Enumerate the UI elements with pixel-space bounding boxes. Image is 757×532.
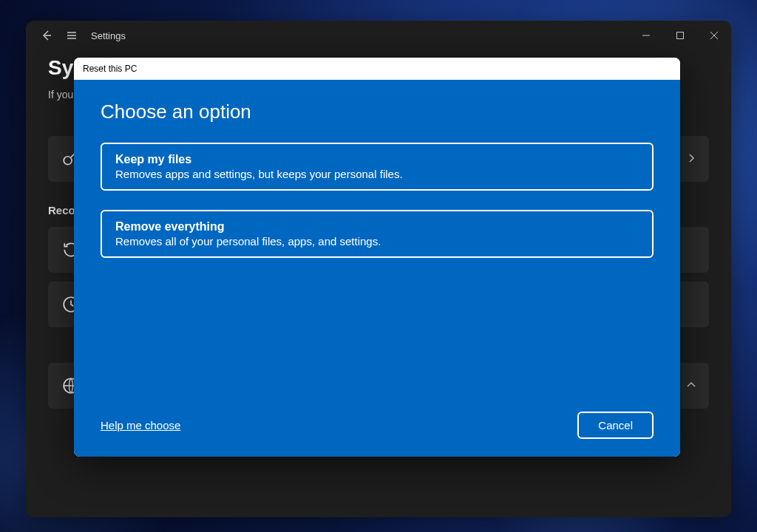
- menu-icon[interactable]: [66, 30, 78, 41]
- svg-point-1: [64, 157, 72, 165]
- chevron-up-icon: [687, 379, 696, 392]
- cancel-button[interactable]: Cancel: [577, 412, 654, 439]
- option-keep-my-files[interactable]: Keep my files Removes apps and settings,…: [101, 143, 654, 191]
- dialog-title: Reset this PC: [83, 64, 137, 74]
- option-remove-everything[interactable]: Remove everything Removes all of your pe…: [101, 210, 654, 258]
- minimize-button[interactable]: [629, 21, 663, 50]
- close-button[interactable]: [697, 21, 731, 50]
- chevron-right-icon: [687, 152, 696, 166]
- window-title: Settings: [91, 30, 126, 41]
- option-title: Keep my files: [115, 153, 639, 166]
- option-desc: Removes all of your personal files, apps…: [115, 235, 639, 248]
- maximize-button[interactable]: [663, 21, 697, 50]
- option-desc: Removes apps and settings, but keeps you…: [115, 168, 639, 180]
- help-me-choose-link[interactable]: Help me choose: [101, 419, 180, 432]
- dialog-heading: Choose an option: [101, 100, 654, 123]
- window-titlebar: Settings: [26, 21, 731, 50]
- back-icon[interactable]: [41, 30, 52, 41]
- reset-pc-dialog: Reset this PC Choose an option Keep my f…: [74, 58, 680, 457]
- dialog-titlebar: Reset this PC: [74, 58, 680, 80]
- option-title: Remove everything: [115, 220, 639, 233]
- svg-rect-0: [677, 33, 684, 39]
